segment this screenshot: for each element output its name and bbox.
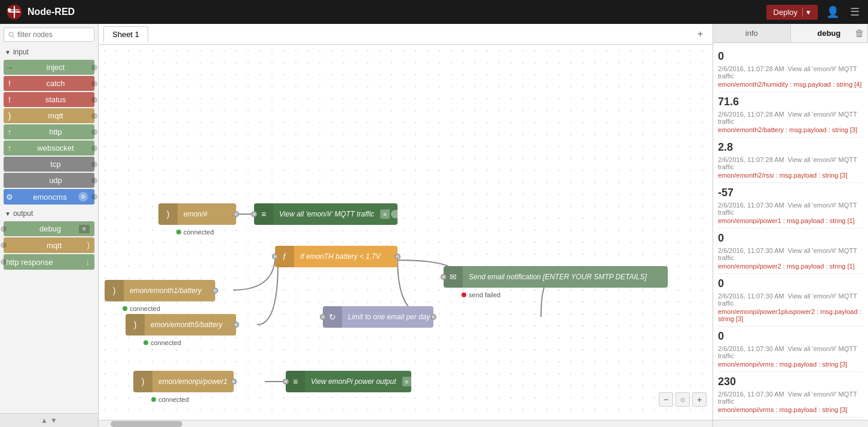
debug-value-3: -57	[718, 183, 863, 200]
view-emonpi-controls: ≡	[402, 377, 431, 386]
node-status[interactable]: ! status	[4, 92, 94, 107]
node-udp-label: udp	[22, 176, 90, 185]
debug-link-1[interactable]: View all 'emon/#' MQTT traffic	[718, 111, 857, 125]
flow-node-emon-power1[interactable]: ) emon/emonpi/power1 connected	[133, 371, 234, 392]
flow-node-emon-month5[interactable]: ) emon/emonth5/battery connected	[126, 314, 236, 336]
emon-hash-icon: )	[158, 203, 178, 225]
view-mqtt-toggle[interactable]	[391, 210, 405, 218]
debug-timestamp-2: 2/6/2016, 11:07:28 AM View all 'emon/#' …	[718, 155, 863, 172]
scroll-down-btn[interactable]: ▼	[50, 416, 57, 425]
debug-entry-3: -572/6/2016, 11:07:30 AM View all 'emon/…	[718, 183, 863, 228]
udp-icon	[4, 175, 16, 187]
debug-timestamp-4: 2/6/2016, 11:07:30 AM View all 'emon/#' …	[718, 246, 863, 263]
debug-link-6[interactable]: View all 'emon/#' MQTT traffic	[718, 345, 857, 359]
debug-link-4[interactable]: View all 'emon/#' MQTT traffic	[718, 247, 857, 261]
zoom-out-btn[interactable]: −	[659, 392, 673, 407]
flow-node-view-mqtt[interactable]: ≡ View all 'emon/#' MQTT traffic ≡	[254, 203, 398, 225]
limit-email-port-out[interactable]	[430, 314, 436, 320]
if-emonth-port-out[interactable]	[395, 254, 401, 260]
emoncms-cfg-icon: ⚙	[78, 192, 88, 202]
view-mqtt-port-in[interactable]	[251, 211, 257, 217]
canvas-controls: − ○ +	[659, 392, 707, 407]
view-emonpi-menu[interactable]: ≡	[402, 377, 412, 386]
status-dot-green4	[151, 397, 156, 402]
port-right	[91, 65, 97, 71]
tab-sheet1[interactable]: Sheet 1	[103, 26, 148, 42]
emon-month1-port-out[interactable]	[212, 288, 218, 294]
if-emonth-port-in[interactable]	[272, 254, 278, 260]
tab-add-button[interactable]: +	[693, 28, 708, 41]
tab-info[interactable]: info	[713, 24, 791, 42]
flow-node-limit-email[interactable]: ↻ Limit to one email per day	[323, 306, 433, 328]
debug-link-3[interactable]: View all 'emon/#' MQTT traffic	[718, 202, 857, 216]
deploy-button[interactable]: Deploy ▾	[766, 5, 818, 20]
node-udp[interactable]: udp	[4, 173, 94, 188]
port-right	[91, 97, 97, 103]
node-mqtt-in[interactable]: ) mqtt	[4, 108, 94, 123]
view-emonpi-label: View emonPi power output	[305, 377, 402, 386]
emon-hash-port-out[interactable]	[233, 211, 239, 217]
send-email-port-in[interactable]	[441, 274, 447, 280]
view-emonpi-toggle[interactable]	[413, 377, 427, 386]
chevron-down-icon: ▼	[5, 49, 11, 56]
debug-link-7[interactable]: View all 'emon/#' MQTT traffic	[718, 391, 857, 405]
http-in-icon: ↑	[4, 126, 16, 138]
flow-node-emon-hash[interactable]: ) emon/# connected	[158, 203, 236, 225]
filter-input[interactable]	[4, 28, 94, 42]
flow-node-emon-month1[interactable]: ) emon/emonth1/battery connected	[105, 280, 215, 301]
debug-value-6: 0	[718, 327, 863, 344]
debug-content[interactable]: 02/6/2016, 11:07:28 AM View all 'emon/#'…	[713, 43, 868, 420]
canvas[interactable]: ) emon/# connected ≡ View all 'emon/#' M…	[99, 45, 713, 420]
port-left	[1, 259, 7, 265]
debug-scrollbar[interactable]	[713, 420, 868, 427]
debug-link-5[interactable]: View all 'emon/#' MQTT traffic	[718, 292, 857, 307]
debug-path-6: emon/emonpi/vrms : msg.payload : string …	[718, 361, 863, 372]
canvas-scroll-thumb[interactable]	[111, 421, 182, 427]
deploy-dropdown-arrow[interactable]: ▾	[802, 8, 811, 17]
node-debug-out[interactable]: debug ≡	[4, 221, 94, 236]
debug-value-7: 230	[718, 372, 863, 389]
debug-menu-icon: ≡	[79, 225, 90, 233]
menu-icon[interactable]: ☰	[848, 3, 862, 21]
node-debug-out-label: debug	[22, 224, 79, 233]
zoom-reset-btn[interactable]: ○	[676, 392, 690, 407]
debug-clear-btn[interactable]: 🗑	[855, 28, 864, 39]
node-http-in[interactable]: ↑ http	[4, 124, 94, 139]
debug-link-2[interactable]: View all 'emon/#' MQTT traffic	[718, 156, 857, 170]
debug-path-0: emon/emonth2/humidity : msg.payload : st…	[718, 81, 863, 92]
user-icon[interactable]: 👤	[824, 3, 842, 21]
node-websocket[interactable]: ↑ websocket	[4, 141, 94, 155]
debug-entry-5: 02/6/2016, 11:07:30 AM View all 'emon/#'…	[718, 274, 863, 327]
limit-email-port-in[interactable]	[320, 314, 326, 320]
port-right	[91, 81, 97, 87]
debug-path-1: emon/emonth2/battery : msg.payload : str…	[718, 126, 863, 138]
flow-node-view-emonpi[interactable]: ≡ View emonPi power output ≡	[286, 371, 411, 392]
section-output-header[interactable]: ▼ output	[0, 207, 98, 220]
node-catch[interactable]: ! catch	[4, 76, 94, 91]
view-mqtt-menu[interactable]: ≡	[380, 209, 390, 219]
node-inject[interactable]: → inject	[4, 60, 94, 75]
node-mqtt-in-label: mqtt	[22, 111, 90, 120]
debug-timestamp-5: 2/6/2016, 11:07:30 AM View all 'emon/#' …	[718, 291, 863, 308]
emon-power1-status: connected	[151, 396, 189, 403]
emon-hash-status: connected	[176, 228, 214, 236]
canvas-scrollbar-h[interactable]	[99, 420, 713, 427]
node-tcp[interactable]: tcp	[4, 157, 94, 172]
section-input-header[interactable]: ▼ input	[0, 45, 98, 59]
zoom-in-btn[interactable]: +	[692, 392, 707, 407]
node-http-response[interactable]: http response ↓	[4, 254, 94, 270]
send-email-label: Send email notification [ENTER YOUR SMTP…	[463, 273, 668, 281]
scroll-up-btn[interactable]: ▲	[41, 416, 48, 425]
node-mqtt-out[interactable]: mqtt )	[4, 237, 94, 253]
view-emonpi-port-in[interactable]	[283, 379, 289, 385]
port-right	[91, 178, 97, 184]
emon-month5-port-out[interactable]	[233, 322, 239, 328]
flow-node-if-emonth[interactable]: ƒ If emonTH battery < 1.7V	[275, 246, 398, 267]
emon-power1-port-out[interactable]	[231, 379, 237, 385]
emon-month1-status: connected	[123, 305, 160, 312]
flow-node-send-email[interactable]: ✉ Send email notification [ENTER YOUR SM…	[444, 266, 668, 288]
debug-entry-7: 2302/6/2016, 11:07:30 AM View all 'emon/…	[718, 372, 863, 417]
canvas-area: Sheet 1 +	[99, 24, 713, 427]
node-emoncms[interactable]: ⚙ emoncms ⚙	[4, 189, 94, 205]
debug-link-0[interactable]: View all 'emon/#' MQTT traffic	[718, 65, 857, 80]
